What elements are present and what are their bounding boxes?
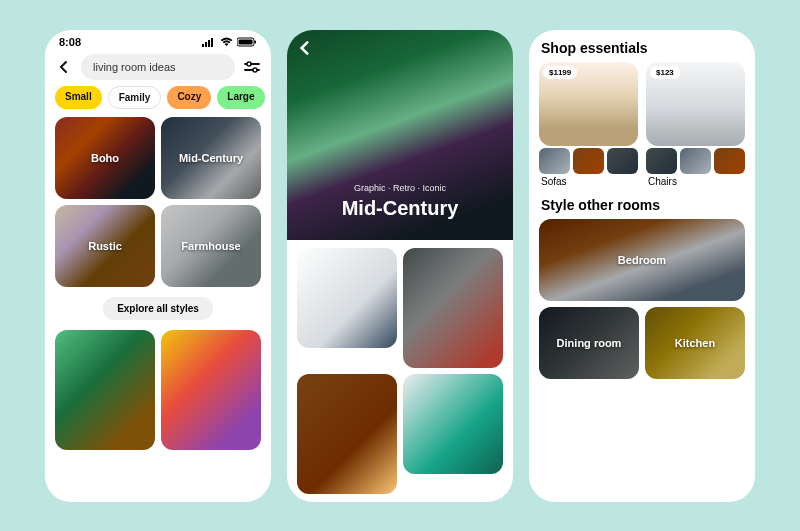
search-input[interactable]: living room ideas — [81, 54, 235, 80]
status-time: 8:08 — [59, 36, 81, 48]
shop-thumb — [539, 148, 570, 174]
sliders-icon — [244, 60, 260, 74]
filter-chip-large[interactable]: Large — [217, 86, 264, 109]
back-button[interactable] — [55, 60, 73, 74]
filter-chip-cozy[interactable]: Cozy — [167, 86, 211, 109]
svg-rect-6 — [255, 40, 257, 43]
style-tile-label: Mid-Century — [179, 152, 243, 164]
screen-detail: Graphic · Retro · Iconic Mid-Century — [287, 30, 513, 502]
room-label: Bedroom — [618, 254, 666, 266]
search-value: living room ideas — [93, 61, 176, 73]
svg-rect-5 — [239, 39, 253, 44]
hero-text: Graphic · Retro · Iconic Mid-Century — [298, 183, 501, 220]
filter-chips: SmallFamilyCozyLargeLayo — [45, 86, 271, 117]
svg-rect-3 — [211, 38, 213, 47]
shop-thumb — [607, 148, 638, 174]
shop-row: $1199Sofas$123Chairs — [529, 62, 755, 187]
screen-shop: Shop essentials $1199Sofas$123Chairs Sty… — [529, 30, 755, 502]
filter-chip-small[interactable]: Small — [55, 86, 102, 109]
rooms-grid: BedroomDining roomKitchen — [529, 219, 755, 389]
pin[interactable] — [297, 248, 397, 348]
search-row: living room ideas — [45, 50, 271, 86]
chevron-left-icon — [57, 60, 71, 74]
room-label: Dining room — [557, 337, 622, 349]
feed-pin[interactable] — [55, 330, 155, 450]
pin-grid — [287, 240, 513, 502]
shop-thumb — [714, 148, 745, 174]
wifi-icon — [220, 37, 233, 47]
explore-all-styles-button[interactable]: Explore all styles — [103, 297, 213, 320]
svg-rect-2 — [208, 40, 210, 47]
svg-point-8 — [247, 62, 251, 66]
svg-point-10 — [253, 68, 257, 72]
shop-image: $1199 — [539, 62, 638, 146]
more-grid — [45, 330, 271, 450]
filter-chip-family[interactable]: Family — [108, 86, 162, 109]
shop-thumbs — [646, 148, 745, 174]
room-tile-bedroom[interactable]: Bedroom — [539, 219, 745, 301]
shop-thumb — [573, 148, 604, 174]
style-grid: BohoMid-CenturyRusticFarmhouse — [45, 117, 271, 287]
screen-search: 8:08 living room ideas SmallFamilyCozyLa… — [45, 30, 271, 502]
hero-title: Mid-Century — [298, 197, 501, 220]
pin[interactable] — [403, 374, 503, 474]
room-label: Kitchen — [675, 337, 715, 349]
svg-rect-0 — [202, 44, 204, 47]
svg-rect-1 — [205, 42, 207, 47]
style-tile-mid-century[interactable]: Mid-Century — [161, 117, 261, 199]
price-tag: $1199 — [543, 66, 577, 79]
shop-item-sofas[interactable]: $1199Sofas — [539, 62, 638, 187]
style-tile-boho[interactable]: Boho — [55, 117, 155, 199]
shop-image: $123 — [646, 62, 745, 146]
filter-button[interactable] — [243, 60, 261, 74]
style-tile-label: Rustic — [88, 240, 122, 252]
shop-thumb — [646, 148, 677, 174]
style-rooms-title: Style other rooms — [529, 187, 755, 219]
price-tag: $123 — [650, 66, 680, 79]
signal-icon — [202, 37, 216, 47]
battery-icon — [237, 37, 257, 47]
shop-essentials-title: Shop essentials — [529, 30, 755, 62]
shop-thumb — [680, 148, 711, 174]
style-tile-label: Boho — [91, 152, 119, 164]
shop-label: Chairs — [646, 176, 745, 187]
hero-image: Graphic · Retro · Iconic Mid-Century — [287, 30, 513, 240]
room-tile-kitchen[interactable]: Kitchen — [645, 307, 745, 379]
shop-item-chairs[interactable]: $123Chairs — [646, 62, 745, 187]
pin[interactable] — [403, 248, 503, 368]
status-bar: 8:08 — [45, 30, 271, 50]
style-tile-label: Farmhouse — [181, 240, 240, 252]
chevron-left-icon — [297, 40, 313, 56]
style-tile-rustic[interactable]: Rustic — [55, 205, 155, 287]
explore-label: Explore all styles — [117, 303, 199, 314]
shop-thumbs — [539, 148, 638, 174]
feed-pin[interactable] — [161, 330, 261, 450]
back-button[interactable] — [297, 40, 313, 60]
room-tile-dining-room[interactable]: Dining room — [539, 307, 639, 379]
pin[interactable] — [297, 374, 397, 494]
shop-label: Sofas — [539, 176, 638, 187]
hero-subtitle: Graphic · Retro · Iconic — [298, 183, 501, 193]
style-tile-farmhouse[interactable]: Farmhouse — [161, 205, 261, 287]
status-icons — [202, 37, 257, 47]
